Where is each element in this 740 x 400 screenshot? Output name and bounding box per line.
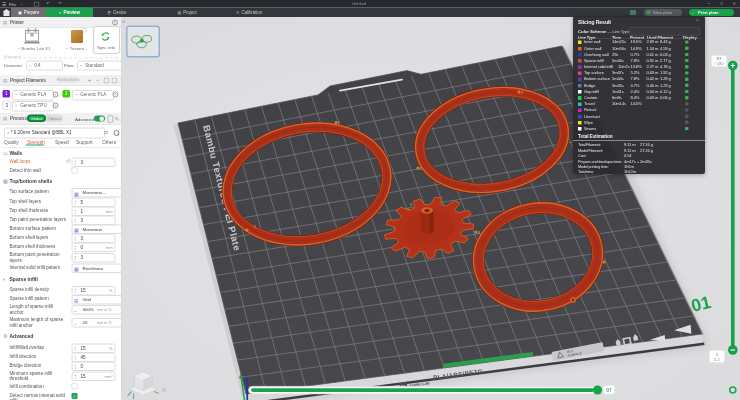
svg-text:2: 2	[254, 225, 256, 229]
svg-text:2: 2	[521, 91, 523, 95]
svg-text:3: 3	[478, 231, 480, 235]
svg-text:1: 1	[420, 167, 422, 171]
svg-text:1: 1	[338, 121, 340, 125]
svg-text:97: 97	[606, 387, 612, 393]
svg-text:0.2: 0.2	[714, 357, 720, 362]
svg-text:×: ×	[162, 385, 167, 395]
svg-text:3: 3	[410, 203, 412, 207]
svg-text:/ 180: / 180	[714, 61, 724, 66]
